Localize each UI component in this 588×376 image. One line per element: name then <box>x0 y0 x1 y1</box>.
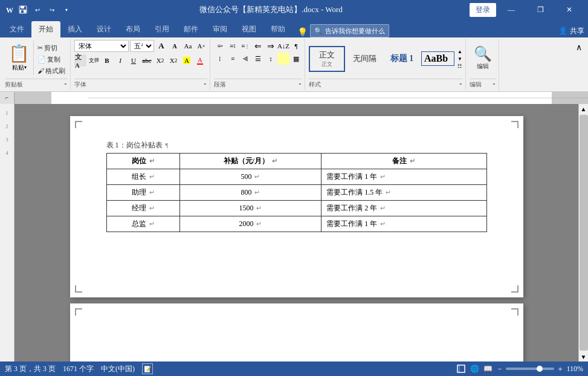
read-mode-btn[interactable]: 📖 <box>482 363 494 374</box>
subscript-button[interactable]: X2 <box>154 54 166 66</box>
font-shrink-button[interactable]: A <box>169 40 181 52</box>
scroll-up-button[interactable]: ▲ <box>579 104 589 114</box>
bullet-list-button[interactable]: ≡• <box>214 40 226 52</box>
language-indicator: 中文(中国) <box>101 364 135 374</box>
cell-pos-2: 经理 ↵ <box>106 201 179 216</box>
tab-file[interactable]: 文件 <box>2 21 31 37</box>
cut-button[interactable]: ✂ 剪切 <box>35 42 68 53</box>
style-nospace-label: 无间隔 <box>352 53 376 64</box>
phonetic-guide-button[interactable]: 文拼 <box>88 54 100 66</box>
vertical-scrollbar[interactable]: ▲ ▼ <box>578 104 588 361</box>
highlight-button[interactable]: A <box>181 54 193 66</box>
close-button[interactable]: ✕ <box>555 0 583 19</box>
tab-home[interactable]: 开始 <box>31 21 60 37</box>
style-heading1[interactable]: 标题 1 <box>384 50 420 68</box>
scroll-down-button[interactable]: ▼ <box>579 352 589 361</box>
zoom-percent[interactable]: 110% <box>566 365 583 374</box>
svg-rect-7 <box>457 365 465 372</box>
sort-button[interactable]: A↓Z <box>277 40 289 52</box>
font-color-button[interactable]: A <box>194 54 206 66</box>
editing-expand-icon[interactable]: ⌄ <box>492 80 496 89</box>
copy-button[interactable]: 📄 复制 <box>35 54 68 65</box>
text-effect-button[interactable]: 文A <box>74 54 86 66</box>
scroll-thumb[interactable] <box>580 115 588 351</box>
bold-button[interactable]: B <box>101 54 113 66</box>
font-name-select[interactable]: 宋体 <box>74 40 129 52</box>
styles-group-label: 样式 <box>309 80 321 89</box>
font-grow-button[interactable]: A <box>155 40 167 52</box>
share-button[interactable]: 👤 共享 <box>555 25 588 37</box>
justify-button[interactable]: ☰ <box>252 53 264 65</box>
font-size-select[interactable]: 五号 <box>130 40 154 52</box>
para-expand-icon[interactable]: ⌄ <box>298 80 302 89</box>
align-right-button[interactable]: ⫷ <box>239 53 251 65</box>
undo-quick-btn[interactable]: ↩ <box>31 4 44 16</box>
tab-help[interactable]: 帮助 <box>263 21 292 37</box>
ruler-num-2: 2 <box>5 123 8 129</box>
numbered-list-button[interactable]: ≡1 <box>227 40 239 52</box>
decrease-indent-button[interactable]: ⇐ <box>252 40 264 52</box>
pilcrow-r2c0: ↵ <box>149 204 155 212</box>
format-painter-icon: 🖌 <box>37 67 44 74</box>
italic-button[interactable]: I <box>114 54 126 66</box>
collapse-ribbon-button[interactable]: ∧ <box>573 40 584 55</box>
tab-design[interactable]: 设计 <box>89 21 118 37</box>
page-corner-tl <box>75 121 82 128</box>
borders-button[interactable]: ▦ <box>290 53 302 65</box>
tab-selector[interactable]: ⌐ <box>0 92 15 104</box>
align-left-button[interactable]: ⫶ <box>214 53 226 65</box>
header-1: 补贴（元/月） <box>224 157 269 165</box>
styles-expand[interactable]: ☷ <box>457 63 463 70</box>
underline-button[interactable]: U <box>128 54 140 66</box>
document-area[interactable]: 表 1：岗位补贴表 ¶ 岗位 ↵ 补贴（元/月） ↵ <box>15 104 578 361</box>
align-center-button[interactable]: ≡ <box>227 53 239 65</box>
minimize-button[interactable]: — <box>497 0 525 19</box>
cell-note-3: 需要工作满 1 年 ↵ <box>321 216 486 232</box>
style-aabbcc[interactable]: AaBb <box>421 51 454 66</box>
superscript-button[interactable]: X2 <box>167 54 179 66</box>
strikethrough-button[interactable]: abc <box>141 54 153 66</box>
tell-me-input[interactable]: 🔍 告诉我你想要做什么 <box>310 24 389 37</box>
increase-indent-button[interactable]: ⇒ <box>265 40 277 52</box>
zoom-out-button[interactable]: － <box>496 364 503 374</box>
styles-scroll-down[interactable]: ▼ <box>457 56 463 62</box>
lightbulb-area: 💡 <box>297 27 308 37</box>
tab-view[interactable]: 视图 <box>234 21 263 37</box>
restore-button[interactable]: ❒ <box>526 0 554 19</box>
svg-text:W: W <box>6 6 13 15</box>
customize-quick-btn[interactable]: ▾ <box>60 4 73 16</box>
print-layout-btn[interactable] <box>455 363 467 374</box>
styles-scroll-up[interactable]: ▲ <box>457 48 463 55</box>
zoom-in-button[interactable]: ＋ <box>557 364 564 374</box>
lightbulb-icon: 💡 <box>297 27 308 37</box>
multilevel-list-button[interactable]: ≡⋮ <box>239 40 251 52</box>
change-case-button[interactable]: Aa <box>182 40 194 52</box>
shading-button[interactable] <box>277 53 289 65</box>
tab-review[interactable]: 审阅 <box>205 21 234 37</box>
zoom-thumb[interactable] <box>537 366 543 372</box>
clear-format-button[interactable]: A× <box>195 40 207 52</box>
cell-allow-0: 500 ↵ <box>179 169 321 185</box>
paste-button[interactable]: 📋 粘贴▾ <box>5 40 34 75</box>
style-normal[interactable]: 正文 正文 <box>309 46 345 72</box>
show-marks-button[interactable]: ¶ <box>290 40 302 52</box>
tab-layout[interactable]: 布局 <box>118 21 147 37</box>
tab-insert[interactable]: 插入 <box>60 21 89 37</box>
redo-quick-btn[interactable]: ↪ <box>46 4 58 16</box>
line-spacing-button[interactable]: ↕ <box>265 53 277 65</box>
style-nospace[interactable]: 无间隔 <box>346 50 383 68</box>
web-layout-btn[interactable]: 🌐 <box>468 363 480 374</box>
styles-expand-icon[interactable]: ⌄ <box>459 80 463 89</box>
pilcrow-h1: ↵ <box>272 157 277 164</box>
track-changes-indicator[interactable]: 📝 <box>142 363 153 374</box>
zoom-track[interactable] <box>506 368 554 370</box>
save-quick-btn[interactable] <box>17 4 29 16</box>
search-button[interactable]: 🔍 编辑 <box>470 41 496 76</box>
tab-mailings[interactable]: 邮件 <box>176 21 205 37</box>
login-button[interactable]: 登录 <box>470 3 496 17</box>
clipboard-expand-icon[interactable]: ⌄ <box>63 80 68 89</box>
format-painter-button[interactable]: 🖌 格式刷 <box>35 65 68 76</box>
tab-references[interactable]: 引用 <box>147 21 176 37</box>
font-expand-icon[interactable]: ⌄ <box>203 80 207 89</box>
cell-note-0: 需要工作满 1 年 ↵ <box>321 169 486 185</box>
